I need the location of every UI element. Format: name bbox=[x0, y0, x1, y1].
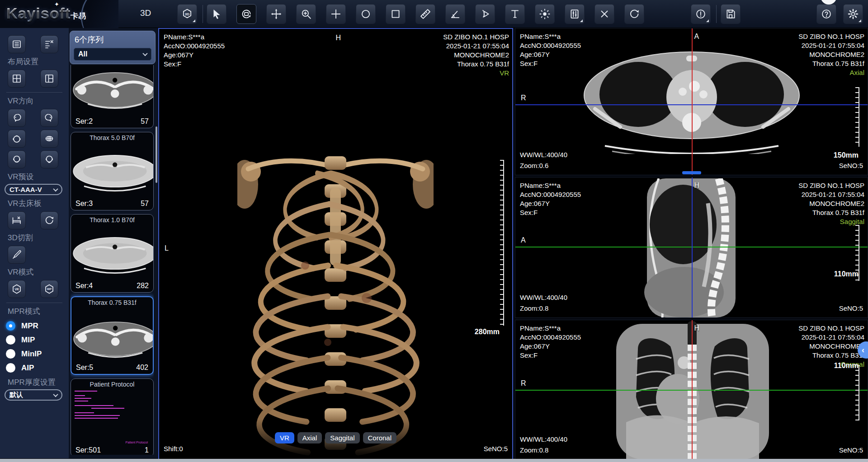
mpr-thickness-select[interactable]: 默认 bbox=[5, 389, 62, 401]
series-number-overlay: SeNO:5 bbox=[839, 446, 863, 455]
orientation-marker-left: R bbox=[521, 379, 526, 388]
crosshair-tool-button[interactable] bbox=[326, 4, 346, 24]
window-level-button[interactable] bbox=[535, 4, 555, 24]
view-button-axial[interactable]: Axial bbox=[297, 432, 322, 443]
ellipse-icon bbox=[360, 8, 372, 20]
series-card-ser5-selected[interactable]: Thorax 0.75 B31f Ser:5402 bbox=[71, 296, 154, 375]
vr-mode-vr-button[interactable]: VR bbox=[8, 280, 26, 298]
zoom-tool-button[interactable] bbox=[296, 4, 316, 24]
series-card-ser501[interactable]: Patient Protocol Patient Protocol Ser:50… bbox=[71, 378, 154, 455]
remove-bed-button[interactable] bbox=[8, 211, 26, 229]
reset-view-button[interactable] bbox=[624, 4, 644, 24]
chevron-down-icon bbox=[142, 51, 147, 56]
mpr-coronal-viewport[interactable]: PName:S***aAccNO:0004920555 Age:067YSex:… bbox=[515, 320, 868, 460]
close-icon bbox=[599, 8, 610, 20]
layout-clear-button[interactable] bbox=[40, 35, 58, 53]
series-number: Ser:501 bbox=[75, 446, 101, 454]
view-button-coronal[interactable]: Coronal bbox=[363, 432, 397, 443]
view-button-vr[interactable]: VR bbox=[275, 432, 294, 443]
radio-icon bbox=[6, 321, 15, 331]
radio-icon bbox=[6, 363, 15, 373]
patient-info-overlay: PName:S***aAccNO:0004920555 Age:067YSex:… bbox=[520, 324, 581, 360]
mpr-mode-radio-mip[interactable]: MIP bbox=[0, 335, 69, 345]
pan-tool-button[interactable] bbox=[266, 4, 286, 24]
logo-sparkle: ✦ bbox=[54, 1, 59, 8]
delete-annotation-button[interactable] bbox=[594, 4, 614, 24]
text-icon bbox=[509, 8, 521, 20]
head-back-button[interactable] bbox=[8, 150, 26, 168]
series-card-ser4[interactable]: Thorax 1.0 B70f Ser:4282 bbox=[71, 214, 154, 293]
head-right-button[interactable] bbox=[40, 109, 58, 127]
view-3d-button[interactable]: 3D bbox=[177, 4, 197, 24]
image-count: 1 bbox=[145, 446, 149, 454]
vr-mode-mip-button[interactable]: MIP bbox=[40, 280, 58, 298]
sidebar-divider bbox=[6, 303, 62, 303]
mpr-axial-viewport[interactable]: PName:S***aAccNO:0004920555 Age:067YSex:… bbox=[515, 28, 868, 175]
head-left-button[interactable] bbox=[8, 109, 26, 127]
rectangle-roi-button[interactable] bbox=[386, 4, 406, 24]
ruler-tool-button[interactable] bbox=[415, 4, 435, 24]
wl-presets-button[interactable] bbox=[565, 4, 585, 24]
help-icon bbox=[821, 8, 832, 20]
vr-preset-label: VR预设 bbox=[0, 172, 69, 182]
head-front-icon bbox=[44, 154, 55, 165]
crosshair-vertical-red[interactable] bbox=[692, 28, 693, 175]
orientation-marker-top: A bbox=[694, 32, 699, 41]
main-toolbar: Kayisoft卡易 ✦ 3D 3D bbox=[0, 0, 868, 28]
layout-list-button[interactable] bbox=[8, 35, 26, 53]
series-scrollbar[interactable] bbox=[156, 126, 157, 183]
mpr-mode-radio-mpr[interactable]: MPR bbox=[0, 321, 69, 331]
svg-text:3D: 3D bbox=[185, 12, 190, 16]
ct-soft-thumbnail bbox=[72, 143, 154, 197]
help-button[interactable] bbox=[816, 4, 836, 24]
mpr-saggital-viewport[interactable]: PName:S***aAccNO:0004920555 Age:067YSex:… bbox=[515, 177, 868, 318]
ct-axial-thumbnail bbox=[72, 308, 154, 362]
layout-grid-button[interactable] bbox=[8, 70, 26, 88]
pointer-tool-button[interactable] bbox=[207, 4, 226, 24]
series-card-ser3[interactable]: Thorax 5.0 B70f Ser:357 bbox=[71, 132, 154, 210]
series-filter-select[interactable]: All bbox=[74, 48, 151, 61]
crosshair-vertical-blue[interactable] bbox=[692, 177, 693, 317]
head-top-button[interactable] bbox=[8, 130, 26, 148]
orientation-marker-left: R bbox=[521, 93, 526, 103]
study-info-overlay: SD ZIBO NO.1 HOSP2025-01-21 07:55:04 MON… bbox=[798, 32, 864, 77]
mpr-mode-radio-minip[interactable]: MinIP bbox=[0, 349, 69, 359]
window-level-value: WW/WL:400/40 bbox=[520, 435, 567, 444]
scalpel-cut-button[interactable] bbox=[8, 246, 26, 264]
patient-info-overlay: PName:S***aAccNO:0004920555 Age:067YSex:… bbox=[164, 33, 225, 69]
rotate-3d-icon bbox=[241, 8, 252, 20]
radio-icon bbox=[6, 349, 15, 359]
crosshair-vertical-red[interactable] bbox=[692, 320, 693, 459]
series-panel-header: 6个序列 All bbox=[70, 31, 156, 64]
info-overlay-button[interactable] bbox=[691, 4, 711, 24]
head-jaw-button[interactable] bbox=[40, 130, 58, 148]
angle-icon bbox=[449, 8, 461, 20]
head-front-button[interactable] bbox=[40, 150, 58, 168]
vr-viewport[interactable]: PName:S***aAccNO:0004920555 Age:067YSex:… bbox=[158, 28, 513, 460]
mode-label-3d: 3D bbox=[140, 8, 151, 18]
bed-reset-button[interactable] bbox=[40, 211, 58, 229]
info-icon bbox=[695, 8, 707, 20]
angle-tool-button[interactable] bbox=[445, 4, 465, 24]
mpr-mode-radio-aip[interactable]: AIP bbox=[0, 363, 69, 373]
save-button[interactable] bbox=[721, 4, 741, 24]
layout-split-button[interactable] bbox=[40, 70, 58, 88]
ellipse-roi-button[interactable] bbox=[356, 4, 376, 24]
text-annotation-button[interactable] bbox=[505, 4, 525, 24]
protocol-footer-text: Patient Protocol bbox=[126, 441, 148, 444]
cobb-angle-tool-button[interactable] bbox=[475, 4, 495, 24]
view-type-label: Saggital bbox=[798, 217, 864, 226]
view-type-label: VR bbox=[443, 69, 509, 78]
rotate-3d-tool-button[interactable] bbox=[236, 4, 256, 24]
brightness-icon bbox=[539, 8, 551, 20]
image-count: 57 bbox=[141, 200, 149, 208]
vr-preset-select[interactable]: CT-AAA-V bbox=[5, 184, 62, 195]
crosshair-icon bbox=[330, 8, 342, 20]
vr-bed-removal-label: VR去床板 bbox=[0, 198, 69, 209]
view-button-saggital[interactable]: Saggital bbox=[325, 432, 359, 443]
scale-ruler-label: 110mm bbox=[834, 270, 859, 278]
series-card-ser2[interactable]: Ser:257 bbox=[71, 65, 154, 128]
chevron-down-icon bbox=[53, 392, 58, 397]
slab-scroll-handle[interactable] bbox=[682, 171, 701, 174]
settings-button[interactable] bbox=[843, 4, 863, 24]
